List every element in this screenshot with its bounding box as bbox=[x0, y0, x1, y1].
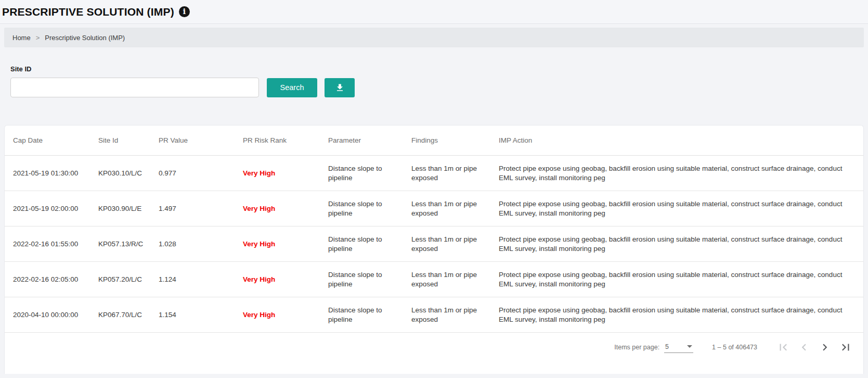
column-header-site-id: Site Id bbox=[98, 136, 159, 145]
cell-site-id: KP057.13/R/C bbox=[98, 240, 159, 249]
first-page-icon bbox=[776, 341, 790, 354]
column-header-parameter: Parameter bbox=[328, 136, 411, 145]
page-title: PRESCRIPTIVE SOLUTION (IMP) bbox=[2, 6, 174, 18]
items-per-page-select[interactable]: 5 bbox=[664, 342, 693, 353]
cell-pr-value: 1.028 bbox=[159, 240, 243, 249]
next-page-button[interactable] bbox=[814, 337, 835, 358]
cell-pr-risk-rank: Very High bbox=[243, 310, 328, 320]
column-header-cap-date: Cap Date bbox=[13, 136, 98, 145]
column-header-imp-action: IMP Action bbox=[499, 136, 863, 145]
first-page-button bbox=[773, 337, 794, 358]
previous-page-button bbox=[794, 337, 814, 358]
cell-imp-action: Protect pipe expose using geobag, backfi… bbox=[499, 164, 863, 183]
site-id-label: Site ID bbox=[10, 65, 868, 73]
items-per-page-value: 5 bbox=[665, 343, 669, 350]
table-header-row: Cap Date Site Id PR Value PR Risk Rank P… bbox=[5, 125, 863, 156]
paginator: Items per page: 5 1 – 5 of 406473 bbox=[5, 333, 863, 362]
cell-site-id: KP030.10/L/C bbox=[98, 169, 159, 178]
cell-parameter: Distance slope to pipeline bbox=[328, 199, 411, 218]
cell-imp-action: Protect pipe expose using geobag, backfi… bbox=[499, 235, 863, 254]
chevron-left-icon bbox=[797, 341, 811, 354]
cell-findings: Less than 1m or pipe exposed bbox=[411, 306, 499, 324]
chevron-right-icon bbox=[818, 341, 832, 354]
download-button[interactable] bbox=[325, 78, 355, 97]
cell-pr-value: 1.497 bbox=[159, 204, 243, 213]
cell-parameter: Distance slope to pipeline bbox=[328, 164, 411, 183]
site-id-input[interactable] bbox=[10, 78, 259, 97]
column-header-pr-risk-rank: PR Risk Rank bbox=[243, 136, 328, 145]
breadcrumb-current: Prescriptive Solution (IMP) bbox=[45, 34, 125, 42]
cell-pr-value: 1.124 bbox=[159, 275, 243, 284]
paginator-range-label: 1 – 5 of 406473 bbox=[712, 344, 757, 351]
chevron-down-icon bbox=[687, 345, 692, 348]
column-header-findings: Findings bbox=[411, 136, 499, 145]
column-header-pr-value: PR Value bbox=[159, 136, 243, 145]
cell-pr-risk-rank: Very High bbox=[243, 240, 328, 249]
table-row: 2021-05-19 01:30:00 KP030.10/L/C 0.977 V… bbox=[5, 156, 863, 191]
cell-site-id: KP067.70/L/C bbox=[98, 310, 159, 320]
table-body: 2021-05-19 01:30:00 KP030.10/L/C 0.977 V… bbox=[5, 156, 863, 333]
cell-pr-risk-rank: Very High bbox=[243, 169, 328, 178]
cell-imp-action: Protect pipe expose using geobag, backfi… bbox=[499, 199, 863, 218]
last-page-icon bbox=[839, 341, 852, 354]
cell-pr-value: 0.977 bbox=[159, 169, 243, 178]
info-icon[interactable]: i bbox=[179, 6, 190, 17]
search-button[interactable]: Search bbox=[267, 78, 317, 97]
cell-findings: Less than 1m or pipe exposed bbox=[411, 164, 499, 183]
last-page-button[interactable] bbox=[835, 337, 856, 358]
cell-pr-value: 1.154 bbox=[159, 310, 243, 320]
title-bar: PRESCRIPTIVE SOLUTION (IMP) i bbox=[0, 0, 868, 24]
cell-imp-action: Protect pipe expose using geobag, backfi… bbox=[499, 270, 863, 289]
cell-cap-date: 2021-05-19 01:30:00 bbox=[13, 169, 98, 178]
cell-cap-date: 2020-04-10 00:00:00 bbox=[13, 310, 98, 320]
cell-findings: Less than 1m or pipe exposed bbox=[411, 270, 499, 289]
search-form: Site ID Search bbox=[0, 47, 868, 97]
cell-parameter: Distance slope to pipeline bbox=[328, 235, 411, 254]
cell-site-id: KP057.20/L/C bbox=[98, 275, 159, 284]
download-icon bbox=[335, 83, 345, 93]
cell-pr-risk-rank: Very High bbox=[243, 275, 328, 284]
paginator-nav bbox=[773, 337, 856, 358]
cell-parameter: Distance slope to pipeline bbox=[328, 306, 411, 324]
breadcrumb-separator: > bbox=[36, 34, 40, 42]
table-row: 2022-02-16 01:55:00 KP057.13/R/C 1.028 V… bbox=[5, 226, 863, 262]
cell-parameter: Distance slope to pipeline bbox=[328, 270, 411, 289]
cell-cap-date: 2022-02-16 01:55:00 bbox=[13, 240, 98, 249]
results-card: Cap Date Site Id PR Value PR Risk Rank P… bbox=[4, 125, 864, 374]
table-row: 2021-05-19 02:00:00 KP030.90/L/E 1.497 V… bbox=[5, 191, 863, 226]
breadcrumb: Home > Prescriptive Solution (IMP) bbox=[4, 28, 864, 47]
cell-cap-date: 2022-02-16 02:05:00 bbox=[13, 275, 98, 284]
table-row: 2020-04-10 00:00:00 KP067.70/L/C 1.154 V… bbox=[5, 297, 863, 333]
cell-findings: Less than 1m or pipe exposed bbox=[411, 235, 499, 254]
breadcrumb-home[interactable]: Home bbox=[12, 34, 31, 42]
cell-imp-action: Protect pipe expose using geobag, backfi… bbox=[499, 306, 863, 324]
cell-site-id: KP030.90/L/E bbox=[98, 204, 159, 213]
cell-pr-risk-rank: Very High bbox=[243, 204, 328, 213]
items-per-page-label: Items per page: bbox=[614, 344, 659, 351]
table-row: 2022-02-16 02:05:00 KP057.20/L/C 1.124 V… bbox=[5, 262, 863, 297]
cell-findings: Less than 1m or pipe exposed bbox=[411, 199, 499, 218]
cell-cap-date: 2021-05-19 02:00:00 bbox=[13, 204, 98, 213]
